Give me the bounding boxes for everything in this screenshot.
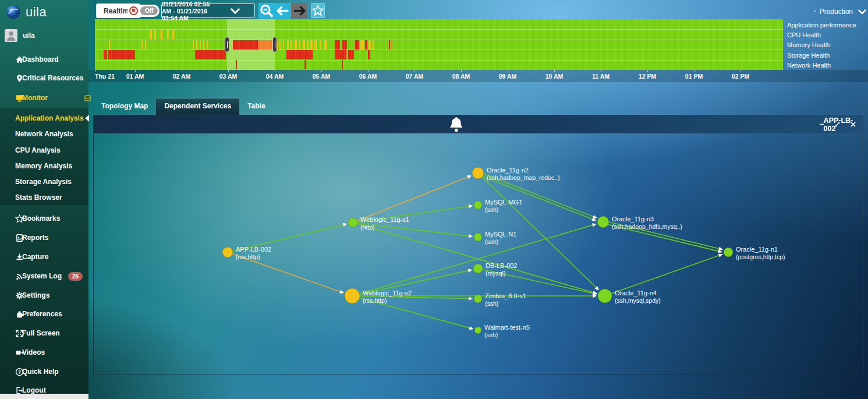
sidebar-item-dashboard[interactable]: Dashboard (0, 51, 88, 68)
graph-node-zim[interactable] (474, 295, 482, 303)
heatmap-bars (95, 19, 783, 70)
realtime-off-toggle[interactable]: ✖ Off (127, 5, 160, 17)
bookmark-star-button[interactable] (311, 3, 325, 18)
node-label: DB-LB-002 (486, 262, 517, 269)
sidebar-item-memory-analysis[interactable]: Memory Analysis (0, 158, 88, 174)
sidebar-item-label: Dashboard (22, 55, 59, 63)
health-event-bar (141, 40, 143, 50)
tab-table[interactable]: Table (239, 98, 273, 115)
minimize-button[interactable] (818, 121, 826, 128)
health-event-bar (295, 40, 297, 50)
sidebar-item-critical-resources[interactable]: Critical Resources (0, 70, 88, 86)
monitor-collapse-toggle[interactable] (76, 94, 84, 102)
sidebar-item-bookmarks[interactable]: Bookmarks (0, 210, 88, 227)
axis-tick (694, 70, 695, 72)
sidebar-item-label: Videos (22, 348, 45, 356)
graph-node-on1[interactable] (724, 248, 733, 257)
sidebar-item-preferences[interactable]: Preferences (0, 306, 88, 322)
node-services-label: (ssh) (485, 238, 498, 245)
sidebar-item-settings[interactable]: Settings (0, 287, 88, 303)
user-row[interactable]: uila (5, 29, 35, 42)
expand-button[interactable] (834, 121, 841, 128)
sidebar-item-label: Memory Analysis (15, 162, 72, 170)
sidebar-item-label: Monitor (22, 94, 48, 102)
legend-item: Memory Health (787, 40, 856, 50)
axis-label: 10 AM (545, 73, 564, 80)
sidebar-item-cpu-analysis[interactable]: CPU Analysis (0, 142, 88, 158)
node-label: MySQL-MGT (485, 199, 523, 206)
node-label: MySQL-N1 (485, 231, 516, 238)
node-services-label: (ssh) (485, 206, 498, 213)
graph-node-wal[interactable] (474, 327, 481, 334)
sidebar-item-label: Logout (22, 386, 46, 394)
date-range-picker[interactable]: 01/21/2016 02:55 AM - 01/21/2016 03:54 A… (161, 3, 255, 18)
axis-label: 12 PM (639, 73, 656, 80)
tab-topology-map[interactable]: Topology Map (93, 98, 156, 115)
sidebar-item-label: Storage Analysis (15, 178, 72, 186)
sidebar-item-full-screen[interactable]: Full Screen (0, 325, 88, 341)
sidebar-item-monitor[interactable]: Monitor (0, 90, 88, 106)
tab-dependent-services[interactable]: Dependent Services (156, 98, 239, 115)
timeline-axis: Thu 2101 AM02 AM03 AM04 AM05 AM06 AM07 A… (88, 70, 868, 82)
selection-handle-left[interactable] (225, 37, 229, 52)
zoom-out-button[interactable] (258, 3, 275, 19)
health-event-bar (348, 50, 354, 59)
health-event-bar (299, 40, 300, 50)
caret-down-icon (216, 4, 254, 17)
graph-node-db[interactable] (473, 264, 483, 273)
system-log-badge: 25 (68, 272, 83, 281)
legend-item: CPU Health (787, 30, 856, 40)
sidebar-item-capture[interactable]: Capture (0, 249, 88, 265)
sidebar-item-system-log[interactable]: System Log25 (0, 268, 88, 284)
health-event-bar (373, 40, 374, 50)
bell-icon (94, 115, 819, 133)
brand-logo[interactable]: uila (6, 5, 47, 20)
sidebar-item-storage-analysis[interactable]: Storage Analysis (0, 174, 88, 190)
health-event-bar (258, 40, 272, 50)
axis-tick (508, 70, 508, 72)
close-button[interactable] (849, 121, 857, 128)
node-label: Weblogic_11g-s1 (360, 216, 409, 223)
graph-node-mn1[interactable] (474, 233, 482, 241)
sidebar-item-label: Preferences (22, 310, 62, 318)
health-event-bar (108, 50, 135, 59)
graph-node-ws1[interactable] (348, 218, 357, 227)
health-timeline-heatmap[interactable] (95, 19, 783, 70)
axis-tick (554, 70, 555, 72)
caret-down-icon (856, 6, 868, 17)
sidebar-item-videos[interactable]: Videos (0, 344, 88, 361)
panel-window-controls (818, 115, 857, 133)
sidebar-item-reports[interactable]: Reports (0, 229, 88, 246)
close-x-icon (849, 121, 857, 128)
graph-node-mgt[interactable] (474, 201, 482, 209)
axis-label: 03 AM (219, 73, 238, 80)
node-services-label: (ssh,hadoop_hdfs,mysq..) (612, 223, 682, 230)
bank-icon (814, 6, 816, 16)
sidebar-item-quick-help[interactable]: ?Quick Help (0, 363, 88, 380)
back-arrow-button[interactable] (275, 3, 291, 19)
graph-node-app[interactable] (222, 247, 233, 257)
node-label: Oracle_11g-n2 (487, 167, 529, 174)
node-services-label: (mysql) (486, 270, 505, 277)
node-label: Oracle_11g-n1 (736, 246, 778, 253)
selection-handle-right[interactable] (272, 37, 277, 52)
graph-edge (353, 223, 597, 294)
health-event-bar (154, 30, 156, 39)
health-event-bar (303, 40, 305, 50)
sidebar-item-network-analysis[interactable]: Network Analysis (0, 126, 88, 142)
forward-arrow-button[interactable] (291, 3, 307, 19)
graph-node-ws2[interactable] (345, 288, 360, 303)
graph-edge (477, 174, 596, 221)
graph-node-on3[interactable] (597, 216, 609, 228)
graph-node-on2[interactable] (472, 167, 484, 179)
sidebar-item-stats-browser[interactable]: Stats Browser (0, 189, 88, 206)
health-event-bar (150, 30, 152, 39)
node-services-label: (rss,http) (363, 297, 387, 304)
axis-tick (601, 70, 601, 72)
panel-header: APP-LB-002 (94, 115, 863, 133)
sidebar-item-application-analysis[interactable]: Application Analysis (0, 110, 88, 126)
environment-selector[interactable]: Production (814, 6, 868, 17)
graph-node-on4[interactable] (598, 289, 612, 303)
node-label: APP-LB-002 (236, 246, 271, 253)
arrow-right-icon (291, 3, 307, 19)
